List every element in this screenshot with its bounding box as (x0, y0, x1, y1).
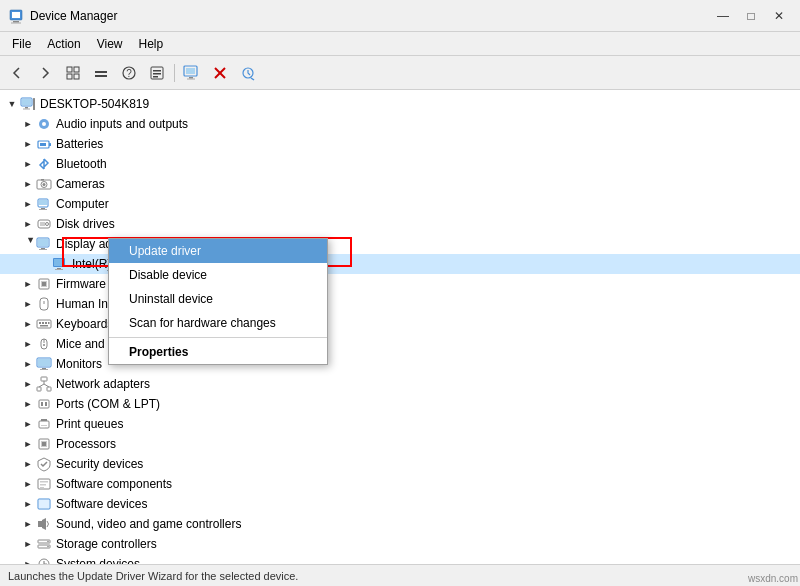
root-expand-arrow: ▼ (4, 96, 20, 112)
app-icon (8, 8, 24, 24)
context-menu-update-driver[interactable]: Update driver (109, 239, 327, 263)
tree-print[interactable]: ► Print queues (0, 414, 800, 434)
menu-view[interactable]: View (89, 35, 131, 53)
storage-icon (36, 536, 52, 552)
svg-rect-18 (189, 77, 193, 79)
firmware-arrow: ► (20, 276, 36, 292)
svg-rect-58 (39, 322, 41, 324)
toolbar-separator (174, 64, 175, 82)
maximize-button[interactable]: □ (738, 6, 764, 26)
tree-security[interactable]: ► Security devices (0, 454, 800, 474)
sound-label: Sound, video and game controllers (56, 517, 241, 531)
toolbar-collapse[interactable] (88, 61, 114, 85)
tree-sound[interactable]: ► Sound, video and game controllers (0, 514, 800, 534)
svg-line-75 (44, 384, 49, 387)
software-dev-label: Software devices (56, 497, 147, 511)
print-label: Print queues (56, 417, 123, 431)
svg-rect-51 (55, 269, 63, 270)
title-bar: Device Manager — □ ✕ (0, 0, 800, 32)
cameras-arrow: ► (20, 176, 36, 192)
svg-rect-6 (67, 74, 72, 79)
menu-file[interactable]: File (4, 35, 39, 53)
bluetooth-arrow: ► (20, 156, 36, 172)
svg-rect-40 (39, 209, 47, 210)
tree-cameras[interactable]: ► Cameras (0, 174, 800, 194)
toolbar-forward[interactable] (32, 61, 58, 85)
audio-arrow: ► (20, 116, 36, 132)
toolbar-help[interactable]: ? (116, 61, 142, 85)
tree-storage[interactable]: ► Storage controllers (0, 534, 800, 554)
tree-network[interactable]: ► Network adapters (0, 374, 800, 394)
toolbar-expand[interactable] (60, 61, 86, 85)
context-menu-uninstall-device[interactable]: Uninstall device (109, 287, 327, 311)
toolbar-delete[interactable] (207, 61, 233, 85)
svg-rect-77 (41, 402, 43, 406)
cameras-icon (36, 176, 52, 192)
storage-arrow: ► (20, 536, 36, 552)
firmware-icon (36, 276, 52, 292)
bluetooth-icon (36, 156, 52, 172)
menu-help[interactable]: Help (131, 35, 172, 53)
display-icon (36, 236, 52, 252)
system-icon (36, 556, 52, 564)
tree-root[interactable]: ▼ DESKTOP-504K819 (0, 94, 800, 114)
svg-rect-54 (42, 282, 46, 286)
system-label: System devices (56, 557, 140, 564)
tree-bluetooth[interactable]: ► Bluetooth (0, 154, 800, 174)
display-arrow: ► (20, 236, 36, 252)
tree-processors[interactable]: ► Processors (0, 434, 800, 454)
ports-arrow: ► (20, 396, 36, 412)
svg-rect-50 (57, 268, 61, 269)
monitors-arrow: ► (20, 356, 36, 372)
tree-batteries[interactable]: ► Batteries (0, 134, 800, 154)
svg-rect-42 (40, 222, 45, 226)
security-arrow: ► (20, 456, 36, 472)
svg-rect-76 (39, 400, 49, 408)
toolbar-back[interactable] (4, 61, 30, 85)
svg-rect-61 (48, 322, 50, 324)
print-arrow: ► (20, 416, 36, 432)
status-text: Launches the Update Driver Wizard for th… (8, 570, 298, 582)
svg-point-95 (47, 541, 49, 543)
toolbar-properties[interactable] (144, 61, 170, 85)
context-menu-disable-device[interactable]: Disable device (109, 263, 327, 287)
scan-label: Scan for hardware changes (129, 316, 276, 330)
tree-computer[interactable]: ► Computer (0, 194, 800, 214)
tree-software-dev[interactable]: ► Software devices (0, 494, 800, 514)
svg-rect-47 (39, 249, 47, 250)
menu-bar: File Action View Help (0, 32, 800, 56)
svg-rect-7 (74, 74, 79, 79)
svg-rect-14 (153, 73, 161, 75)
audio-icon (36, 116, 52, 132)
tree-system[interactable]: ► System devices (0, 554, 800, 564)
svg-rect-3 (11, 22, 21, 23)
close-button[interactable]: ✕ (766, 6, 792, 26)
svg-rect-27 (33, 98, 35, 110)
context-menu-scan[interactable]: Scan for hardware changes (109, 311, 327, 335)
menu-action[interactable]: Action (39, 35, 88, 53)
tree-software-comp[interactable]: ► Software components (0, 474, 800, 494)
keyboards-label: Keyboards (56, 317, 113, 331)
toolbar: ? (0, 56, 800, 90)
svg-rect-24 (22, 99, 31, 105)
monitors-label: Monitors (56, 357, 102, 371)
network-label: Network adapters (56, 377, 150, 391)
svg-rect-70 (41, 377, 47, 381)
software-comp-label: Software components (56, 477, 172, 491)
toolbar-scan[interactable] (235, 61, 261, 85)
minimize-button[interactable]: — (710, 6, 736, 26)
properties-label: Properties (129, 345, 188, 359)
bluetooth-label: Bluetooth (56, 157, 107, 171)
device-tree[interactable]: ▼ DESKTOP-504K819 ► Audio (0, 90, 800, 564)
context-menu-properties[interactable]: Properties (109, 340, 327, 364)
tree-audio[interactable]: ► Audio inputs and outputs (0, 114, 800, 134)
toolbar-monitor[interactable] (179, 61, 205, 85)
batteries-icon (36, 136, 52, 152)
disk-icon (36, 216, 52, 232)
svg-point-65 (43, 344, 45, 346)
sound-arrow: ► (20, 516, 36, 532)
svg-rect-60 (45, 322, 47, 324)
svg-point-35 (43, 183, 46, 186)
tree-disk[interactable]: ► Disk drives (0, 214, 800, 234)
tree-ports[interactable]: ► Ports (COM & LPT) (0, 394, 800, 414)
